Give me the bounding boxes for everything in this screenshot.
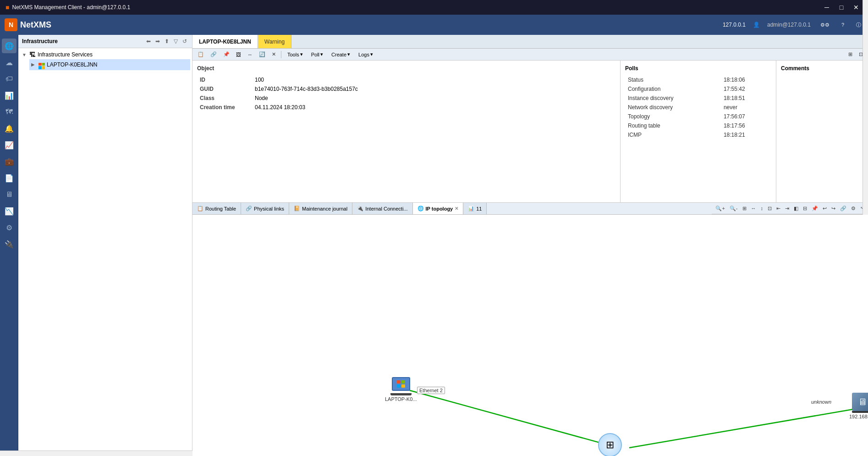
tab-routing-table[interactable]: 📋 Routing Table	[192, 203, 241, 214]
poll-row-routing: Routing table 18:17:56	[625, 121, 771, 130]
topology-canvas[interactable]: Ethernet 2 enp0s8 unknown	[192, 215, 868, 456]
node-switch[interactable]: ⊞ 192.168.5...	[597, 433, 623, 456]
tree-expand-laptop[interactable]: ▶	[31, 62, 37, 67]
title-text: NetXMS Management Client - admin@127.0.0…	[12, 4, 130, 11]
sidebar-item-cloud[interactable]: ☁	[2, 55, 16, 70]
sidebar-item-screen[interactable]: 🖥	[2, 187, 16, 202]
infra-filter-btn[interactable]: ▽	[172, 38, 179, 45]
logs-menu-btn[interactable]: Logs ▾	[355, 50, 376, 59]
object-tabbar: LAPTOP-K0E8LJNN Warning	[192, 35, 868, 49]
tab-extra[interactable]: 📊 11	[463, 203, 487, 214]
tab-maintenance[interactable]: 📔 Maintenance journal	[289, 203, 352, 214]
poll-menu-btn[interactable]: Poll ▾	[308, 50, 326, 59]
bt-redo[interactable]: ↪	[830, 205, 837, 212]
sidebar-item-gear[interactable]: ⚙	[2, 220, 16, 235]
toolbar-link-btn[interactable]: 🔗	[208, 50, 219, 59]
bt-zoom-in[interactable]: 🔍+	[714, 205, 726, 212]
warning-label: Warning	[264, 39, 285, 45]
maximize-button[interactable]: □	[835, 3, 848, 12]
tab-maintenance-icon: 📔	[294, 206, 300, 211]
obj-tab-laptop[interactable]: LAPTOP-K0E8LJNN	[192, 35, 258, 48]
node-unknown-label: 192.168.5...	[849, 414, 868, 419]
toolbar-image-btn[interactable]: 🖼	[234, 50, 243, 59]
infra-up-btn[interactable]: ⬆	[163, 38, 170, 45]
laptop-label: LAPTOP-K0E8LJNN	[47, 61, 98, 68]
titlebar: ■ NetXMS Management Client - admin@127.0…	[0, 0, 868, 15]
tree-children: ▶ LAPTOP-K0E8LJNN	[29, 59, 190, 70]
sidebar-item-network[interactable]: 🌐	[2, 39, 16, 53]
sidebar-item-graph[interactable]: 📈	[2, 138, 16, 152]
tab-physical-icon: 🔗	[246, 206, 252, 211]
bt-grid[interactable]: ⊞	[741, 205, 748, 212]
info-area: Object ID 100 GUID b1e74010-763f-714c-83…	[192, 61, 868, 203]
bt-outdent[interactable]: ⇥	[783, 205, 791, 212]
tab-physical-label: Physical links	[254, 206, 284, 211]
window-controls: ─ □ ✕	[820, 3, 863, 12]
close-button[interactable]: ✕	[850, 3, 863, 12]
info-key-id: ID	[197, 75, 252, 84]
bt-align-left[interactable]: ◧	[792, 205, 800, 212]
infra-services-label: Infrastructure Services	[38, 51, 93, 58]
sidebar-item-map[interactable]: 🗺	[2, 105, 16, 119]
object-toolbar: 📋 🔗 📌 🖼 ↔ 🔄 ✕ Tools ▾ Poll ▾ Create ▾ Lo…	[192, 49, 868, 61]
settings-button[interactable]: ⚙⚙	[818, 21, 832, 29]
sidebar-item-briefcase[interactable]: 💼	[2, 154, 16, 169]
poll-val-icmp: 18:18:21	[721, 130, 771, 139]
tools-menu-btn[interactable]: Tools ▾	[284, 50, 306, 59]
infrastructure-header: Infrastructure ⬅ ➡ ⬆ ▽ ↺	[18, 35, 192, 48]
bt-indent[interactable]: ⇤	[775, 205, 782, 212]
tab-internal-conn[interactable]: 🔌 Internal Connecti...	[352, 203, 412, 214]
bt-fit-h[interactable]: ↔	[749, 205, 758, 212]
info-key-class: Class	[197, 94, 252, 103]
tab-physical-links[interactable]: 🔗 Physical links	[241, 203, 289, 214]
obj-tab-label: LAPTOP-K0E8LJNN	[199, 39, 251, 45]
sidebar-item-file[interactable]: 📄	[2, 171, 16, 185]
poll-val-config: 17:55:42	[721, 84, 771, 94]
tree-item-infra-services[interactable]: ▼ 🏗 Infrastructure Services	[20, 50, 190, 59]
tree-expand-infra[interactable]: ▼	[22, 52, 27, 57]
sidebar-item-bar[interactable]: 📉	[2, 204, 16, 218]
sidebar-item-chart[interactable]: 📊	[2, 88, 16, 103]
bt-zoom-out[interactable]: 🔍-	[728, 205, 740, 212]
minimize-button[interactable]: ─	[820, 3, 833, 12]
sidebar-item-bell[interactable]: 🔔	[2, 121, 16, 136]
obj-tab-warning[interactable]: Warning	[258, 35, 291, 48]
infra-sync-btn[interactable]: ↺	[181, 38, 188, 45]
tab-topology-close[interactable]: ✕	[455, 206, 458, 211]
view-options-btn[interactable]: ⊞	[846, 50, 855, 59]
toolbar-pin-btn[interactable]: 📌	[221, 50, 232, 59]
help-button[interactable]: ?	[839, 21, 846, 29]
bt-settings[interactable]: ⚙	[849, 205, 857, 212]
bt-undo[interactable]: ↩	[821, 205, 829, 212]
bt-link[interactable]: 🔗	[838, 205, 848, 212]
node-unknown-pc[interactable]: 🖥 192.168.5...	[849, 393, 868, 419]
infra-forward-btn[interactable]: ➡	[154, 38, 161, 45]
poll-row-instance: Instance discovery 18:18:51	[625, 94, 771, 103]
infra-back-btn[interactable]: ⬅	[145, 38, 152, 45]
bt-align-center[interactable]: ⊟	[801, 205, 809, 212]
topbar-right: 127.0.0.1 👤 admin@127.0.0.1 ⚙⚙ ? ⓘ	[723, 20, 863, 30]
sidebar-item-tag[interactable]: 🏷	[2, 72, 16, 86]
create-menu-btn[interactable]: Create ▾	[328, 50, 353, 59]
bt-fit-page[interactable]: ⊡	[766, 205, 774, 212]
infrastructure-title: Infrastructure	[22, 38, 58, 44]
toolbar-refresh-btn[interactable]: 🔄	[257, 50, 268, 59]
toolbar-close-btn[interactable]: ✕	[269, 50, 278, 59]
bt-pin[interactable]: 📌	[810, 205, 820, 212]
toolbar-copy-btn[interactable]: 📋	[195, 50, 206, 59]
info-key-creation: Creation time	[197, 103, 252, 112]
poll-key-topology: Topology	[625, 112, 721, 121]
info-val-guid: b1e74010-763f-714c-83d3-b3b0285a157c	[252, 84, 615, 94]
tab-ip-topology[interactable]: 🌐 IP topology ✕	[413, 203, 464, 214]
comments-title: Comments	[781, 65, 863, 72]
tab-topology-label: IP topology	[426, 206, 453, 211]
object-info-title: Object	[197, 65, 615, 72]
info-button[interactable]: ⓘ	[854, 20, 863, 30]
bt-fit-v[interactable]: ↕	[759, 205, 765, 212]
server-ip: 127.0.0.1	[723, 22, 746, 28]
infra-services-icon: 🏗	[29, 51, 36, 58]
tree-item-laptop[interactable]: ▶ LAPTOP-K0E8LJNN	[29, 59, 190, 70]
sidebar-item-plugin[interactable]: 🔌	[2, 237, 16, 251]
toolbar-expand-btn[interactable]: ↔	[245, 50, 255, 59]
node-laptop[interactable]: LAPTOP-K0...	[385, 374, 417, 402]
